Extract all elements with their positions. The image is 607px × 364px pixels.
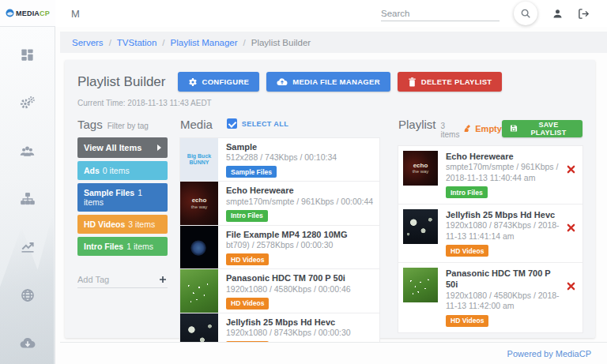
cloud-download-icon	[19, 335, 36, 352]
media-item-title: Panasonic HDC TM 700 P 50i	[226, 272, 351, 283]
header-controls	[381, 2, 607, 25]
media-thumbnail	[180, 226, 218, 268]
top-header: MEDIACP M	[0, 0, 607, 27]
media-thumbnail: echothe way	[180, 182, 218, 224]
breadcrumb-current: Playlist Builder	[251, 38, 311, 47]
chart-icon	[20, 239, 36, 255]
page-initial: M	[71, 8, 80, 20]
tag-filter-sample-files[interactable]: Sample Files1 items	[77, 183, 168, 212]
sidebar	[0, 27, 55, 364]
playlist-item-title: Echo Hereweare	[446, 151, 562, 162]
sidebar-item-analytics[interactable]	[17, 237, 38, 257]
add-tag-field	[77, 275, 168, 288]
select-all-checkbox[interactable]	[227, 118, 237, 129]
media-thumbnail: Big BuckBUNNY	[180, 138, 218, 181]
configure-button[interactable]: CONFIGURE	[178, 72, 260, 92]
tags-title: Tags	[77, 118, 103, 131]
logo-text: MEDIACP	[16, 9, 50, 17]
playlist-item-tag-badge: HD Videos	[446, 245, 488, 257]
tags-subtitle: Filter by tag	[107, 122, 149, 130]
add-tag-button[interactable]	[158, 275, 168, 284]
playlist-thumbnail	[403, 268, 438, 302]
remove-x-icon	[567, 282, 575, 291]
media-item-title: Sample	[226, 141, 337, 152]
breadcrumb-tvstation[interactable]: TVStation	[117, 38, 157, 47]
media-item-meta: 512x288 / 743Kbps / 00:10:34	[226, 152, 337, 163]
playlist-item[interactable]: Jellyfish 25 Mbps Hd Hevc 1920x1080 / 87…	[398, 205, 582, 263]
search-input[interactable]	[381, 9, 500, 18]
trash-icon	[408, 77, 417, 87]
media-item[interactable]: File Example MP4 1280 10MG bt709) / 2578…	[180, 226, 379, 269]
user-icon	[552, 8, 564, 20]
media-item[interactable]: Big BuckBUNNY Sample 512x288 / 743Kbps /…	[180, 138, 379, 182]
logout-icon	[578, 8, 590, 20]
sidebar-item-network[interactable]	[17, 285, 38, 306]
media-item-title: File Example MP4 1280 10MG	[226, 229, 347, 240]
current-time: Current Time: 2018-11-13 11:43 AEDT	[77, 99, 582, 107]
chevron-right-icon	[157, 144, 161, 151]
logout-button[interactable]	[578, 8, 590, 20]
select-all-control[interactable]: SELECT ALL	[227, 118, 288, 129]
gear-icon	[188, 77, 198, 87]
media-item-meta: bt709) / 2578Kbps / 00:00:30	[226, 240, 347, 251]
media-item-title: Jellyfish 25 Mbps Hd Hevc	[226, 317, 351, 328]
playlist-item-meta: 1920x1080 / 8743Kbps / 2018-11-13 11:41:…	[446, 220, 562, 242]
breadcrumb: Servers / TVStation / Playlist Manager /…	[60, 32, 607, 53]
playlist-item[interactable]: Panasonic HDC TM 700 P 50i 1920x1080 / 4…	[398, 263, 582, 332]
playlist-item-meta: smpte170m/smpte / 961Kbps / 2018-11-13 1…	[446, 162, 562, 183]
tags-panel: Tags Filter by tag View All Items Ads0 i…	[77, 118, 168, 356]
account-button[interactable]	[552, 8, 564, 20]
remove-from-playlist-button[interactable]	[567, 223, 575, 232]
search-icon	[520, 8, 531, 19]
breadcrumb-servers[interactable]: Servers	[72, 38, 104, 47]
sidebar-item-dashboard[interactable]	[17, 44, 38, 65]
sidebar-item-users[interactable]	[17, 141, 38, 161]
media-thumbnail	[180, 269, 218, 312]
empty-playlist-button[interactable]: Empty	[463, 124, 502, 133]
breadcrumb-playlist-manager[interactable]: Playlist Manager	[171, 38, 238, 47]
playlist-list: echothe way Echo Hereweare smpte170m/smp…	[398, 146, 582, 332]
delete-playlist-button[interactable]: DELETE PLAYLIST	[398, 72, 503, 92]
media-list: Big BuckBUNNY Sample 512x288 / 743Kbps /…	[180, 138, 379, 356]
tag-filter-intro-files[interactable]: Intro Files1 items	[77, 237, 168, 256]
playlist-item-meta: 1920x1080 / 4580Kbps / 2018-11-13 11:42:…	[446, 291, 562, 312]
tag-view-all-items[interactable]: View All Items	[77, 137, 168, 158]
sitemap-icon	[20, 191, 36, 207]
playlist-item-title: Panasonic HDC TM 700 P 50i	[446, 268, 562, 291]
sidebar-item-settings[interactable]	[17, 92, 38, 113]
playlist-title: Playlist	[398, 118, 436, 131]
sidebar-item-downloads[interactable]	[17, 333, 38, 354]
footer: Powered by MediaCP	[60, 342, 607, 364]
media-item-tag-badge: Sample Files	[226, 166, 277, 178]
cloud-upload-icon	[277, 77, 288, 87]
remove-from-playlist-button[interactable]	[567, 165, 575, 174]
tag-filter-hd-videos[interactable]: HD Videos3 items	[77, 215, 168, 234]
media-item-title: Echo Hereweare	[226, 185, 373, 196]
mediacp-app: MEDIACP M	[0, 0, 607, 364]
powered-by-link[interactable]: Powered by MediaCP	[507, 349, 591, 358]
mediacp-logo[interactable]: MEDIACP	[0, 0, 55, 27]
media-panel: Media SELECT ALL Big BuckBUNNY S	[180, 118, 379, 356]
media-item[interactable]: Panasonic HDC TM 700 P 50i 1920x1080 / 4…	[180, 269, 379, 313]
add-tag-input[interactable]	[77, 275, 145, 284]
page-title: Playlist Builder	[77, 74, 166, 90]
media-item[interactable]: echothe way Echo Hereweare smpte170m/smp…	[180, 182, 379, 225]
remove-from-playlist-button[interactable]	[567, 282, 575, 291]
media-item-meta: smpte170m/smpte / 961Kbps / 00:00:44	[226, 197, 373, 208]
playlist-count: 3 items	[441, 122, 461, 139]
tag-filter-ads[interactable]: Ads0 items	[77, 161, 168, 180]
plus-icon	[158, 275, 168, 284]
playlist-item[interactable]: echothe way Echo Hereweare smpte170m/smp…	[398, 146, 582, 205]
remove-x-icon	[567, 223, 575, 232]
search-button[interactable]	[514, 2, 537, 25]
remove-x-icon	[567, 165, 575, 174]
playlist-builder-card: Playlist Builder CONFIGURE MEDIA FILE MA…	[65, 60, 595, 338]
media-item-meta: 1920x1080 / 8743Kbps / 00:00:30	[226, 328, 351, 339]
users-icon	[19, 143, 36, 159]
globe-icon	[20, 287, 36, 303]
media-file-manager-button[interactable]: MEDIA FILE MANAGER	[266, 72, 390, 92]
logo-globe-icon	[6, 9, 14, 17]
sidebar-item-sitemap[interactable]	[17, 189, 38, 209]
save-playlist-button[interactable]: SAVE PLAYLIST	[502, 120, 582, 137]
media-title: Media	[180, 118, 213, 131]
